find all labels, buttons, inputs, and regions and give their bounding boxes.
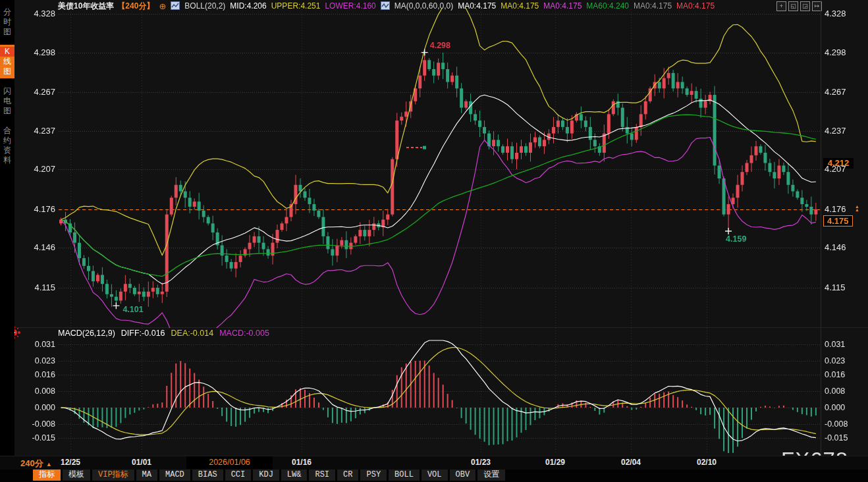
macd-tick-left: 0.031 (20, 339, 55, 350)
ma-indicator-icon[interactable] (381, 1, 390, 10)
date-tick: 01/29 (535, 458, 575, 467)
tab-char: 图 (0, 67, 14, 76)
extreme-price-annotation: 4.159 (726, 234, 746, 244)
last-price-label: 4.175 (823, 215, 853, 227)
tab-char: K (0, 47, 14, 57)
price-tick-left: 4.237 (20, 126, 55, 136)
price-tick-right: 4.267 (825, 87, 864, 97)
tab-char: 合 (0, 126, 14, 136)
zoom-out-icon[interactable]: ◲ (800, 1, 810, 11)
ma-value-4: MA60:4.240 (586, 1, 629, 11)
tab-char: 图 (0, 106, 14, 116)
date-tick: 02/04 (611, 458, 651, 467)
ma-value-3: MA0:4.175 (543, 1, 582, 11)
price-tick-left: 4.267 (20, 87, 55, 97)
crosshair-date-label: 2026/01/06 16:00~20:00 二 (186, 456, 273, 469)
sidebar-tab-2[interactable]: K线图 (0, 45, 14, 78)
period-selector[interactable]: 240分▲ (20, 458, 52, 469)
ma-values: MA0:4.175MA0:4.175MA0:4.175MA60:4.240MA0… (458, 1, 719, 11)
toolbar-button-BOLL[interactable]: BOLL (389, 469, 420, 481)
boll-mid-value: MID:4.206 (230, 1, 266, 11)
price-tick-left: 4.328 (20, 9, 55, 19)
zoom-in-icon[interactable]: ◱ (788, 1, 798, 11)
date-tick: 01/23 (461, 458, 501, 467)
tab-char: 时 (0, 17, 14, 27)
ma-value-1: MA0:4.175 (458, 1, 496, 11)
sidebar: 分时图K线图闪电图合约资料 (0, 0, 14, 461)
extreme-price-annotation: 4.298 (430, 41, 450, 50)
axis-divider (821, 0, 821, 456)
toolbar-button-RSI[interactable]: RSI (309, 469, 335, 481)
pan-icon[interactable]: + (776, 1, 786, 11)
date-axis: 240分▲ 2026/01/06 16:00~20:00 二 12/2501/0… (0, 456, 868, 469)
macd-tick-left: 0.023 (20, 356, 55, 366)
macd-tick-left: -0.008 (20, 419, 55, 429)
price-tick-right: 4.115 (825, 282, 864, 293)
sidebar-tab-1[interactable]: 分时图 (0, 5, 14, 39)
macd-tick-left: 0.008 (20, 386, 55, 396)
price-tick-right: 4.298 (825, 47, 864, 58)
toolbar-button-LW&[interactable]: LW& (281, 469, 308, 481)
chart-tool-icons: +◱◲↦ (776, 1, 822, 11)
tab-char: 线 (0, 57, 14, 67)
macd-tick-right: 0.008 (825, 386, 864, 396)
tab-char: 约 (0, 136, 14, 146)
tab-char: 料 (0, 155, 14, 165)
macd-diff-value: DIFF:-0.016 (121, 329, 165, 338)
toolbar-button-BIAS[interactable]: BIAS (192, 469, 223, 481)
ma-value-2: MA0:4.175 (501, 1, 539, 11)
toolbar-button-CCI[interactable]: CCI (225, 469, 252, 481)
toolbar-button-指标[interactable]: 指标 (33, 469, 61, 481)
toolbar-button-设置[interactable]: 设置 (477, 469, 505, 481)
macd-macd-value: MACD:-0.005 (219, 329, 269, 338)
macd-tick-right: 0.016 (825, 369, 864, 380)
indicator-toolbar: 指标模板VIP指标MAMACDBIASCCIKDJLW&RSICRPSYBOLL… (0, 469, 868, 482)
date-tick: 01/16 (282, 458, 321, 467)
tab-char: 闪 (0, 86, 14, 96)
macd-tick-right: -0.015 (825, 433, 864, 443)
extreme-price-annotation: 4.101 (122, 305, 143, 314)
price-tick-right: 4.176 (825, 204, 864, 215)
boll-label: BOLL(20,2) (184, 1, 225, 11)
tab-char: 图 (0, 27, 14, 37)
symbol-title: 美债10年收益率 (58, 1, 114, 11)
macd-params-label: MACD(26,12,9) (58, 329, 115, 338)
boll-indicator-icon[interactable] (171, 1, 180, 10)
toolbar-button-MACD[interactable]: MACD (159, 469, 190, 481)
sidebar-tab-4[interactable]: 合约资料 (0, 124, 14, 167)
toolbar-button-模板[interactable]: 模板 (63, 469, 90, 481)
ma-value-6: MA0:4.175 (676, 1, 715, 11)
price-tick-left: 4.146 (20, 242, 55, 253)
date-tick: 12/25 (51, 458, 90, 467)
macd-dea-value: DEA:-0.014 (171, 329, 214, 338)
macd-tick-left: 0.000 (20, 402, 55, 413)
boll-upper-value: UPPER:4.251 (271, 1, 321, 11)
macd-tick-left: -0.015 (20, 433, 55, 443)
toolbar-button-VOL[interactable]: VOL (421, 469, 448, 481)
toolbar-button-VIP指标[interactable]: VIP指标 (92, 469, 134, 481)
price-tick-left: 4.115 (20, 282, 55, 293)
price-tick-right: 4.146 (825, 242, 864, 253)
price-tick-right: 4.207 (825, 164, 864, 174)
add-indicator-icon[interactable]: ⊕ (159, 1, 166, 11)
tab-char: 分 (0, 7, 14, 17)
price-tick-left: 4.207 (20, 164, 55, 174)
tab-char: 资 (0, 146, 14, 155)
chart-app: 分时图K线图闪电图合约资料 美债10年收益率【240分】⊕BOLL(20,2)M… (0, 0, 868, 482)
price-tick-left: 4.176 (20, 204, 55, 215)
chart-legend-header: 美债10年收益率【240分】⊕BOLL(20,2)MID:4.206UPPER:… (58, 1, 724, 11)
boll-lower-value: LOWER:4.160 (325, 1, 375, 11)
toolbar-button-CR[interactable]: CR (337, 469, 358, 481)
macd-tick-right: 0.031 (825, 339, 864, 350)
toolbar-button-OBV[interactable]: OBV (450, 469, 476, 481)
toolbar-button-MA[interactable]: MA (136, 469, 157, 481)
macd-tick-right: 0.023 (825, 356, 864, 366)
macd-tick-right: -0.008 (825, 419, 864, 429)
date-tick: 01/01 (122, 458, 161, 467)
ma-label: MA(0,0,0,60,0,0) (394, 1, 453, 11)
toolbar-button-PSY[interactable]: PSY (360, 469, 387, 481)
toolbar-button-KDJ[interactable]: KDJ (253, 469, 279, 481)
macd-tick-left: 0.016 (20, 369, 55, 380)
price-tick-left: 4.298 (20, 47, 55, 58)
sidebar-tab-3[interactable]: 闪电图 (0, 84, 14, 118)
